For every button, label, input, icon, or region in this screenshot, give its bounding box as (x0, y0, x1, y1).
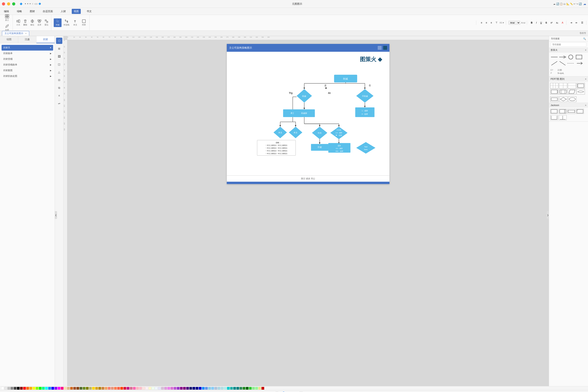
font-name-select[interactable]: Arial 微软雅黑 (508, 21, 520, 25)
category-basic[interactable]: 衣财天 ▼ (2, 45, 53, 50)
list-btn[interactable]: ☰ (580, 20, 585, 25)
strikethrough-btn[interactable]: S (544, 20, 548, 25)
jackson-rect-wide[interactable] (568, 109, 575, 114)
pert-bracket-r[interactable] (550, 89, 558, 94)
swatch-dark-orchid[interactable] (177, 387, 180, 390)
swatch-light-sky[interactable] (211, 387, 214, 390)
shape-circle[interactable] (567, 54, 574, 60)
tool-grid[interactable]: 具工 (3, 13, 11, 22)
tool-format[interactable]: 对样 (80, 18, 88, 27)
menu-fit-page[interactable]: 自适页面 (41, 9, 55, 14)
swatch-dark-khaki[interactable] (89, 387, 92, 390)
pert-frame[interactable] (559, 89, 567, 94)
swatch-lemon[interactable] (148, 387, 151, 390)
swatch-dark-green[interactable] (243, 387, 246, 390)
lp-tab-search[interactable]: 沈趣 (18, 36, 36, 43)
swatch-light-pink[interactable] (136, 387, 139, 390)
swatch-burlywood[interactable] (67, 387, 70, 390)
category-variable-single[interactable]: 衣财变桶曲单 ▶ (2, 62, 53, 68)
swatch-olive-drab[interactable] (83, 387, 86, 390)
icon-format[interactable]: ≡ (56, 92, 62, 99)
align-left-btn[interactable]: ≡ (480, 20, 484, 25)
pert-table-1[interactable] (550, 83, 558, 88)
swatch-pink[interactable] (139, 387, 142, 390)
swatch-dark-gray[interactable] (10, 387, 13, 390)
swatch-steel-blue[interactable] (214, 387, 217, 390)
icon-image[interactable]: 🖼 (56, 53, 62, 60)
swatch-violet-light[interactable] (168, 387, 170, 390)
align-top-btn[interactable]: ⊤ (494, 20, 499, 25)
swatch-gold[interactable] (92, 387, 95, 390)
swatch-pale-green[interactable] (255, 387, 258, 390)
canvas-page[interactable]: 主公司架构策略图示 图策火 (227, 44, 390, 184)
swatch-dark-red[interactable] (20, 387, 23, 390)
outdent-btn[interactable]: ⇤ (574, 20, 579, 25)
swatch-orchid[interactable] (170, 387, 173, 390)
category-effect[interactable]: 衣财职效处图 ▶ (2, 73, 53, 79)
swatch-yellow[interactable] (32, 387, 35, 390)
swatch-rose[interactable] (61, 387, 64, 390)
right-panel-collapse[interactable]: ❯ (547, 211, 549, 219)
swatch-navy[interactable] (192, 387, 195, 390)
tool-connect[interactable]: 对连线 (62, 18, 70, 27)
swatch-khaki[interactable] (258, 387, 261, 390)
swatch-yellow-green[interactable] (36, 387, 38, 390)
pert-diamond[interactable] (559, 96, 568, 102)
swatch-pale-violet[interactable] (130, 387, 132, 390)
shape-rect[interactable] (575, 54, 583, 60)
swatch-light-blue[interactable] (218, 387, 220, 390)
swatch-light-green[interactable] (252, 387, 255, 390)
swatch-midnight-blue[interactable] (189, 387, 192, 390)
tool-position[interactable]: 置位 (43, 18, 50, 27)
category-case[interactable]: 衣财案图 ▶ (2, 68, 53, 73)
icon-share[interactable]: ⇌ (56, 100, 62, 106)
menu-people[interactable]: 人财 (59, 9, 68, 14)
swatch-dark-turquoise[interactable] (227, 387, 230, 390)
tool-delete[interactable]: 删除 (22, 18, 28, 27)
icon-table[interactable]: ⊟ (56, 77, 62, 83)
icon-layers[interactable]: ◫ (56, 61, 62, 68)
swatch-cyan[interactable] (45, 387, 48, 390)
swatch-orange[interactable] (26, 387, 29, 390)
swatch-powder[interactable] (221, 387, 224, 390)
swatch-amber[interactable] (30, 387, 32, 390)
menu-chart[interactable]: 图财 (28, 9, 37, 14)
menu-view-thumb[interactable]: 缩略 (15, 9, 24, 14)
swatch-lavender[interactable] (158, 387, 161, 390)
search-icon[interactable]: 🔍 (583, 38, 586, 40)
swatch-teal[interactable] (236, 387, 239, 390)
swatch-dark-goldenrod[interactable] (98, 387, 101, 390)
swatch-dark-blue[interactable] (196, 387, 198, 390)
swatch-misty-rose[interactable] (142, 387, 145, 390)
swatch-medium-blue[interactable] (199, 387, 202, 390)
swatch-tomato[interactable] (117, 387, 120, 390)
jackson-rect-corner[interactable] (576, 109, 584, 114)
swatch-dark-olive[interactable] (80, 387, 82, 390)
swatch-spring[interactable] (42, 387, 45, 390)
align-center-btn[interactable]: ≡ (484, 20, 488, 25)
close-button[interactable] (2, 2, 5, 6)
swatch-sky-blue[interactable] (208, 387, 211, 390)
swatch-sienna[interactable] (73, 387, 76, 390)
pert-rect-simple[interactable] (550, 96, 558, 102)
pert-section-header[interactable]: PERT图 图刘 ✕ (549, 76, 588, 82)
shape-diag1[interactable] (550, 60, 558, 66)
maximize-button[interactable] (12, 2, 15, 6)
swatch-sea-green[interactable] (240, 387, 242, 390)
swatch-coral[interactable] (114, 387, 117, 390)
pert-table-3[interactable] (568, 83, 576, 88)
swatch-green[interactable] (39, 387, 42, 390)
swatch-orange-red[interactable] (120, 387, 123, 390)
category-single[interactable]: 衣财曲单 ▶ (2, 50, 53, 56)
swatch-dodger-blue[interactable] (202, 387, 204, 390)
tool-merge[interactable]: 合并 (36, 18, 42, 27)
jackson-rect[interactable] (550, 109, 558, 114)
swatch-cornflower[interactable] (205, 387, 208, 390)
swatch-white[interactable] (1, 387, 4, 390)
swatch-chocolate[interactable] (70, 387, 73, 390)
swatch-gray[interactable] (8, 387, 10, 390)
minimize-button[interactable] (7, 2, 10, 6)
underline-btn[interactable]: U (539, 20, 543, 25)
tab-main[interactable]: 主公司架构策图示 ✕ (2, 31, 29, 36)
icon-grid[interactable]: ⊞ (56, 46, 62, 52)
